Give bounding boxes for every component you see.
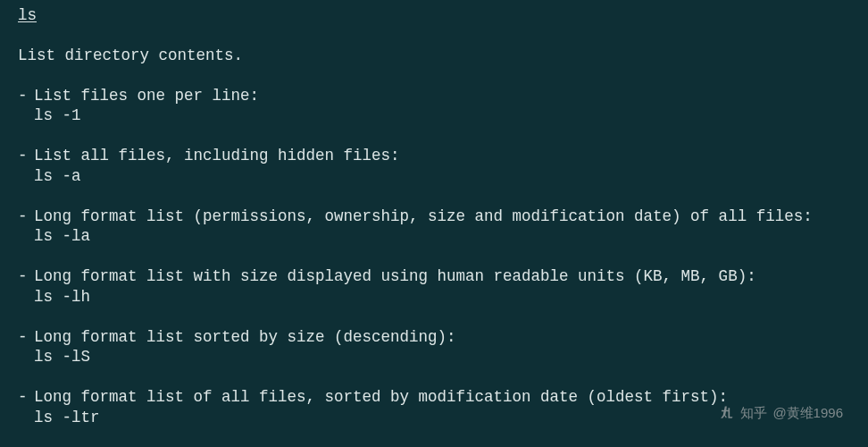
zhihu-logo-icon (717, 404, 735, 422)
example-desc: Long format list sorted by size (descend… (34, 328, 456, 346)
example-desc: Long format list of all files, sorted by… (34, 388, 728, 406)
example-desc: Long format list (permissions, ownership… (34, 207, 813, 225)
example-cmd: ls -1 (34, 105, 859, 126)
example-cmd: ls -lS (34, 347, 859, 367)
example-item: Long format list (permissions, ownership… (18, 207, 859, 248)
command-summary: List directory contents. (18, 46, 859, 66)
watermark-site: 知乎 (740, 404, 767, 422)
command-name: ls (18, 6, 37, 24)
example-item: Long format list sorted by size (descend… (18, 327, 859, 368)
example-item: List files one per line: ls -1 (18, 86, 859, 127)
example-cmd: ls -lh (34, 287, 859, 308)
watermark-user: @黄维1996 (772, 404, 843, 422)
example-desc: List all files, including hidden files: (34, 147, 400, 164)
example-item: Long format list with size displayed usi… (18, 266, 859, 308)
example-item: List all files, including hidden files: … (18, 146, 859, 187)
example-desc: List files one per line: (34, 87, 259, 105)
tldr-page: ls List directory contents. List files o… (18, 5, 859, 428)
watermark: 知乎 @黄维1996 (717, 404, 843, 422)
example-cmd: ls -la (34, 226, 859, 247)
example-desc: Long format list with size displayed usi… (34, 267, 756, 285)
example-cmd: ls -a (34, 166, 859, 187)
